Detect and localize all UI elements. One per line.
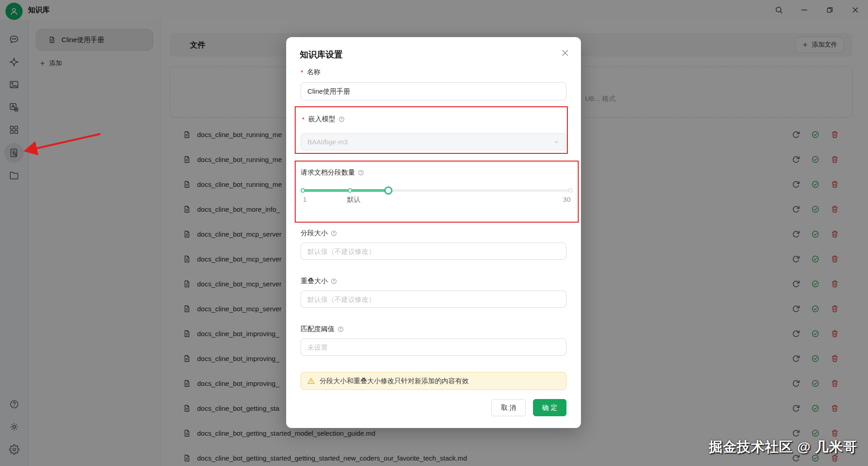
warning-banner: 分段大小和重叠大小修改只针对新添加的内容有效 [301, 372, 566, 390]
slider-handle[interactable] [384, 186, 392, 195]
slider-default-label: 默认 [347, 195, 361, 204]
threshold-input[interactable] [301, 338, 566, 356]
confirm-button[interactable]: 确 定 [533, 399, 566, 416]
modal-close-icon[interactable] [560, 48, 570, 58]
segment-count-slider[interactable]: 1 默认 30 [303, 189, 571, 204]
cancel-button[interactable]: 取 消 [491, 399, 526, 416]
name-input[interactable] [301, 82, 566, 100]
slider-min-label: 1 [303, 195, 307, 203]
overlap-size-input[interactable] [301, 290, 566, 308]
warning-text: 分段大小和重叠大小修改只针对新添加的内容有效 [320, 377, 469, 385]
slider-fill [303, 189, 388, 192]
slider-max-label: 30 [563, 195, 571, 203]
embedding-model-select[interactable]: BAAI/bge-m3 [301, 133, 566, 150]
help-circle-icon [330, 278, 337, 285]
help-circle-icon [337, 326, 344, 333]
watermark: 掘金技术社区 @ 几米哥 [709, 438, 857, 456]
slider-labels: 1 默认 30 [303, 195, 571, 204]
slider-min-dot [301, 188, 305, 193]
threshold-label: 匹配度阈值 [301, 325, 344, 333]
chunk-size-label: 分段大小 [301, 229, 337, 238]
required-mark: * [302, 115, 305, 123]
modal-title: 知识库设置 [300, 49, 343, 61]
help-circle-icon [358, 169, 364, 176]
embedding-model-value: BAAI/bge-m3 [307, 138, 348, 146]
overlap-size-label: 重叠大小 [301, 277, 337, 285]
embedding-model-label: * 嵌入模型 [302, 115, 345, 124]
slider-default-dot [348, 188, 352, 193]
help-circle-icon [330, 230, 337, 237]
chunk-size-input[interactable] [301, 243, 566, 260]
segment-count-label: 请求文档分段数量 [301, 168, 364, 177]
slider-max-dot [568, 188, 573, 193]
help-circle-icon [338, 116, 345, 123]
name-label: * 名称 [301, 68, 321, 76]
slider-track[interactable] [303, 189, 571, 192]
warning-icon [307, 377, 315, 385]
chevron-down-icon [553, 138, 560, 145]
kb-settings-modal: 知识库设置 * 名称 * 嵌入模型 BAAI/bge-m3 请求文档分段数量 [286, 37, 581, 428]
required-mark: * [301, 68, 303, 76]
